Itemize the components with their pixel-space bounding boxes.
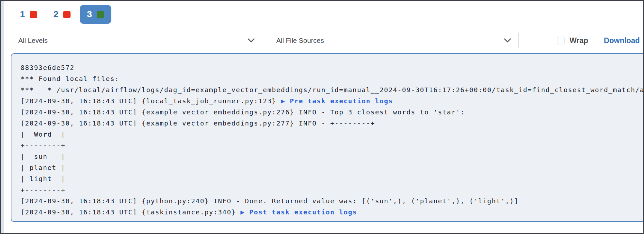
log-text: | light | (21, 175, 65, 183)
attempt-status-failed-icon (63, 11, 71, 18)
log-text: 88393e6de572 (21, 64, 74, 72)
log-line: | sun | (21, 151, 644, 162)
log-text: | planet | (21, 164, 65, 172)
log-line: [2024-09-30, 16:18:43 UTC] {taskinstance… (21, 207, 644, 218)
log-line: +--------+ (21, 140, 644, 151)
log-group-toggle[interactable]: ▶ Post task execution logs (240, 208, 357, 216)
chevron-down-icon (248, 38, 255, 43)
attempt-tab-2[interactable]: 2 (46, 5, 78, 24)
level-filter-select[interactable]: All Levels (11, 32, 262, 49)
log-line: [2024-09-30, 16:18:43 UTC] {example_vect… (21, 107, 644, 118)
log-line: +--------+ (21, 184, 644, 195)
wrap-checkbox[interactable] (557, 37, 565, 44)
attempt-tabs: 123 (13, 5, 111, 24)
log-viewer-page: { "attempts": { "tabs": [ { "label": "1"… (0, 0, 644, 234)
attempt-status-success-icon (97, 11, 104, 18)
attempt-status-failed-icon (30, 11, 37, 18)
log-line: | light | (21, 173, 644, 184)
log-line: *** Found local files: (21, 73, 644, 84)
log-line: *** * /usr/local/airflow/logs/dag_id=exa… (21, 84, 644, 95)
log-text: +--------+ (21, 142, 65, 149)
log-text: [2024-09-30, 16:18:43 UTC] {local_task_j… (21, 97, 281, 105)
log-line: 88393e6de572 (21, 62, 644, 73)
level-filter-value: All Levels (18, 37, 48, 44)
file-source-filter-select[interactable]: All File Sources (269, 32, 519, 49)
attempt-tab-1[interactable]: 1 (13, 5, 44, 24)
log-text: [2024-09-30, 16:18:43 UTC] {python.py:24… (21, 197, 519, 205)
log-line: [2024-09-30, 16:18:43 UTC] {python.py:24… (21, 195, 644, 207)
wrap-label: Wrap (570, 36, 588, 45)
log-line: [2024-09-30, 16:18:43 UTC] {local_task_j… (21, 95, 644, 107)
log-text: [2024-09-30, 16:18:43 UTC] {taskinstance… (21, 208, 240, 216)
attempt-number: 3 (87, 9, 92, 20)
log-text: *** * /usr/local/airflow/logs/dag_id=exa… (21, 86, 644, 94)
log-text: [2024-09-30, 16:18:43 UTC] {example_vect… (21, 108, 465, 116)
file-source-filter-value: All File Sources (276, 37, 324, 44)
log-line: | Word | (21, 129, 644, 140)
log-text: +--------+ (21, 186, 65, 194)
log-text: | Word | (21, 130, 65, 138)
attempt-number: 2 (54, 9, 59, 20)
chevron-down-icon (504, 38, 511, 43)
log-text: *** Found local files: (21, 75, 119, 83)
log-line: | planet | (21, 162, 644, 173)
log-output-panel[interactable]: 88393e6de572*** Found local files:*** * … (11, 53, 644, 222)
attempt-tab-3[interactable]: 3 (80, 5, 111, 24)
log-filter-row: All Levels All File Sources Wrap Downloa… (11, 32, 640, 49)
attempt-number: 1 (20, 9, 25, 20)
log-text: [2024-09-30, 16:18:43 UTC] {example_vect… (21, 119, 375, 127)
log-group-toggle[interactable]: ▶ Pre task execution logs (281, 97, 393, 105)
log-text: | sun | (21, 153, 65, 160)
log-line: [2024-09-30, 16:18:43 UTC] {example_vect… (21, 118, 644, 129)
wrap-toggle-group: Wrap (557, 36, 588, 45)
window-edge-strip (1, 1, 4, 233)
download-link[interactable]: Download (604, 36, 640, 45)
log-output: 88393e6de572*** Found local files:*** * … (11, 54, 644, 218)
